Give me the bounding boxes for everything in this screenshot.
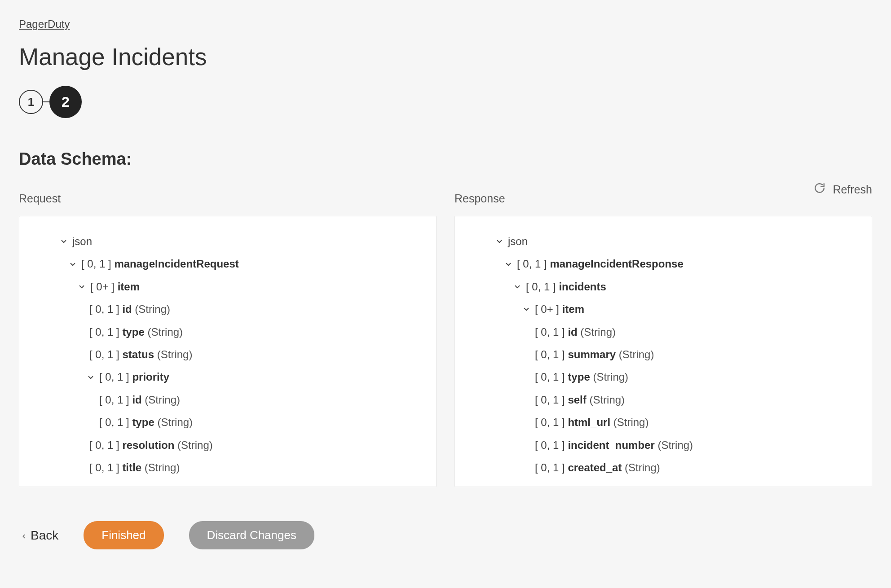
tree-node-name: html_url (568, 415, 610, 430)
response-column: Response json [ 0, 1 ] manage (454, 192, 872, 487)
tree-node-name: id (568, 325, 577, 339)
tree-node-cardinality: [ 0, 1 ] (99, 393, 132, 407)
tree-node-name: item (118, 280, 140, 294)
tree-node-cardinality: [ 0, 1 ] (535, 347, 568, 362)
tree-node-manageincidentresponse[interactable]: [ 0, 1 ] manageIncidentResponse (471, 257, 856, 271)
back-button[interactable]: Back (21, 528, 58, 543)
response-label: Response (454, 192, 872, 205)
tree-node-cardinality: [ 0, 1 ] (535, 438, 568, 452)
tree-node-name: item (562, 302, 584, 316)
tree-node-type: (String) (587, 393, 625, 407)
tree-node-type: (String) (578, 325, 616, 339)
tree-leaf-self[interactable]: [ 0, 1 ] self (String) (471, 393, 856, 407)
tree-leaf-id[interactable]: [ 0, 1 ] id (String) (471, 325, 856, 339)
tree-node-item[interactable]: [ 0+ ] item (471, 302, 856, 316)
chevron-down-icon (512, 283, 522, 291)
request-label: Request (19, 192, 437, 205)
panel-fade (455, 473, 872, 487)
tree-node-item[interactable]: [ 0+ ] item (35, 280, 420, 294)
tree-node-label: json (508, 234, 528, 249)
request-column: Request json [ 0, 1 ] manageI (19, 192, 437, 487)
tree-node-name: incident_number (568, 438, 654, 452)
tree-node-priority[interactable]: [ 0, 1 ] priority (35, 370, 420, 384)
tree-node-type: (String) (141, 461, 180, 475)
tree-node-name: title (122, 461, 141, 475)
tree-leaf-priority-id[interactable]: [ 0, 1 ] id (String) (35, 393, 420, 407)
tree-leaf-type[interactable]: [ 0, 1 ] type (String) (35, 325, 420, 339)
request-panel: json [ 0, 1 ] manageIncidentRequest (19, 216, 437, 487)
tree-node-name: summary (568, 347, 616, 362)
tree-node-incidents[interactable]: [ 0, 1 ] incidents (471, 280, 856, 294)
tree-node-name: type (132, 415, 154, 430)
tree-leaf-title[interactable]: [ 0, 1 ] title (String) (35, 461, 420, 475)
step-1[interactable]: 1 (19, 90, 43, 114)
chevron-down-icon (494, 237, 504, 246)
tree-node-cardinality: [ 0, 1 ] (535, 461, 568, 475)
tree-node-name: id (132, 393, 141, 407)
panel-fade (19, 473, 436, 487)
tree-node-type: (String) (610, 415, 648, 430)
stepper: 1 2 (19, 86, 872, 118)
tree-node-cardinality: [ 0, 1 ] (81, 257, 114, 271)
chevron-down-icon (521, 305, 531, 313)
tree-node-type: (String) (590, 370, 628, 384)
tree-node-type: (String) (142, 393, 180, 407)
section-title-data-schema: Data Schema: (19, 149, 872, 169)
chevron-down-icon (59, 237, 69, 246)
response-panel: json [ 0, 1 ] manageIncidentResponse (454, 216, 872, 487)
tree-node-cardinality: [ 0, 1 ] (89, 325, 122, 339)
tree-node-name: self (568, 393, 586, 407)
tree-node-type: (String) (154, 415, 193, 430)
tree-node-json[interactable]: json (471, 234, 856, 249)
tree-node-type: (String) (145, 325, 183, 339)
tree-leaf-created-at[interactable]: [ 0, 1 ] created_at (String) (471, 461, 856, 475)
tree-leaf-id[interactable]: [ 0, 1 ] id (String) (35, 302, 420, 316)
tree-node-name: type (568, 370, 590, 384)
breadcrumb-pagerduty[interactable]: PagerDuty (19, 18, 70, 31)
tree-leaf-incident-number[interactable]: [ 0, 1 ] incident_number (String) (471, 438, 856, 452)
tree-node-cardinality: [ 0, 1 ] (99, 415, 132, 430)
tree-node-name: priority (132, 370, 169, 384)
tree-leaf-summary[interactable]: [ 0, 1 ] summary (String) (471, 347, 856, 362)
tree-node-cardinality: [ 0, 1 ] (89, 438, 122, 452)
tree-node-cardinality: [ 0+ ] (90, 280, 118, 294)
tree-node-cardinality: [ 0, 1 ] (535, 415, 568, 430)
discard-changes-button[interactable]: Discard Changes (189, 521, 314, 549)
finished-button[interactable]: Finished (84, 521, 163, 549)
chevron-down-icon (503, 260, 513, 268)
tree-node-name: manageIncidentResponse (550, 257, 683, 271)
chevron-down-icon (86, 373, 96, 382)
tree-leaf-type[interactable]: [ 0, 1 ] type (String) (471, 370, 856, 384)
tree-node-cardinality: [ 0, 1 ] (517, 257, 550, 271)
tree-node-name: incidents (559, 280, 606, 294)
back-label: Back (31, 528, 58, 543)
tree-node-cardinality: [ 0, 1 ] (535, 325, 568, 339)
tree-leaf-status[interactable]: [ 0, 1 ] status (String) (35, 347, 420, 362)
step-2[interactable]: 2 (49, 86, 82, 118)
tree-node-name: manageIncidentRequest (114, 257, 238, 271)
tree-node-name: resolution (122, 438, 174, 452)
tree-node-cardinality: [ 0+ ] (535, 302, 562, 316)
tree-node-type: (String) (174, 438, 212, 452)
tree-leaf-html-url[interactable]: [ 0, 1 ] html_url (String) (471, 415, 856, 430)
chevron-left-icon (21, 528, 27, 543)
chevron-down-icon (68, 260, 78, 268)
tree-leaf-resolution[interactable]: [ 0, 1 ] resolution (String) (35, 438, 420, 452)
tree-node-name: created_at (568, 461, 622, 475)
page-title: Manage Incidents (19, 43, 872, 70)
tree-node-json[interactable]: json (35, 234, 420, 249)
tree-node-label: json (72, 234, 92, 249)
tree-node-manageincidentrequest[interactable]: [ 0, 1 ] manageIncidentRequest (35, 257, 420, 271)
tree-node-cardinality: [ 0, 1 ] (89, 461, 122, 475)
tree-node-name: id (122, 302, 132, 316)
tree-node-type: (String) (616, 347, 654, 362)
chevron-down-icon (77, 283, 87, 291)
tree-node-cardinality: [ 0, 1 ] (99, 370, 132, 384)
tree-leaf-priority-type[interactable]: [ 0, 1 ] type (String) (35, 415, 420, 430)
tree-node-cardinality: [ 0, 1 ] (89, 347, 122, 362)
tree-node-cardinality: [ 0, 1 ] (535, 370, 568, 384)
tree-node-type: (String) (154, 347, 192, 362)
tree-node-name: type (122, 325, 144, 339)
tree-node-type: (String) (132, 302, 170, 316)
tree-node-cardinality: [ 0, 1 ] (535, 393, 568, 407)
